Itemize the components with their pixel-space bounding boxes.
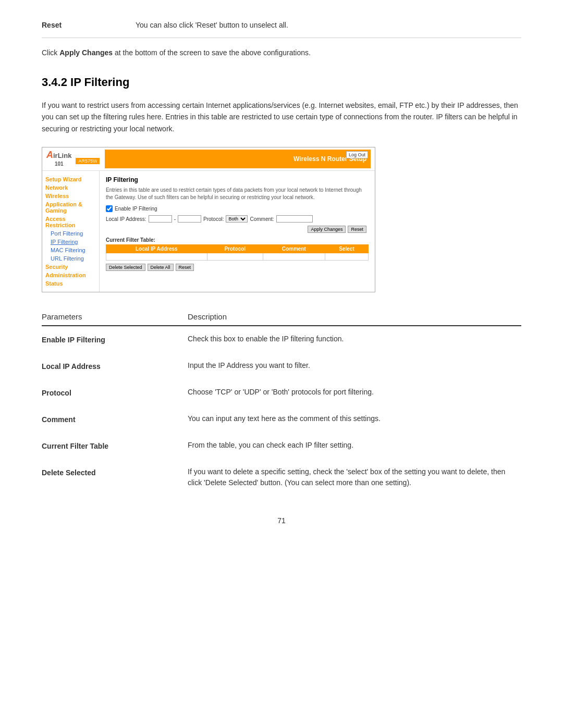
reset-section: Reset You can also click 'Reset' button … xyxy=(42,21,521,38)
sidebar-item-ip-filtering[interactable]: IP Filtering xyxy=(45,238,96,246)
intro-paragraph: If you want to restrict users from acces… xyxy=(42,100,521,134)
apply-changes-strong: Apply Changes xyxy=(59,48,113,57)
reset-button[interactable]: Reset xyxy=(348,226,366,233)
local-ip-label: Local IP Address: xyxy=(106,216,146,222)
sidebar-item-setup-wizard[interactable]: Setup Wizard xyxy=(45,175,96,183)
param-description: If you want to delete a specific setting… xyxy=(188,459,521,496)
current-filter-table: Local IP Address Protocol Comment Select xyxy=(106,244,369,261)
param-description: From the table, you can check each IP fi… xyxy=(188,433,521,459)
page-number: 71 xyxy=(42,516,521,525)
section-heading: 3.4.2 IP Filtering xyxy=(42,76,521,89)
sidebar-item-security[interactable]: Security xyxy=(45,263,96,271)
comment-input[interactable] xyxy=(276,215,313,223)
enable-ip-filtering-checkbox[interactable] xyxy=(106,205,113,212)
table-header-protocol: Protocol xyxy=(207,245,263,253)
router-logo: AirLink 101 xyxy=(46,150,71,167)
protocol-select[interactable]: Both TCP UDP xyxy=(226,215,248,223)
sidebar-item-access-restriction[interactable]: Access Restriction xyxy=(45,215,96,229)
comment-label: Comment: xyxy=(250,216,274,222)
sidebar-item-administration[interactable]: Administration xyxy=(45,271,96,279)
router-ui-screenshot: AirLink 101 AR575W Log Out Wireless N Ro… xyxy=(42,147,375,292)
router-page-desc: Entries in this table are used to restri… xyxy=(106,187,369,201)
param-name: Protocol xyxy=(42,379,188,406)
param-description: Choose 'TCP' or 'UDP' or 'Both' protocol… xyxy=(188,379,521,406)
param-name: Current Filter Table xyxy=(42,433,188,459)
current-filter-table-label: Current Filter Table: xyxy=(106,237,369,243)
local-ip-input-1[interactable] xyxy=(149,215,172,223)
apply-note: Click Apply Changes at the bottom of the… xyxy=(42,48,521,57)
params-table-header-row: Parameters Description xyxy=(42,308,521,326)
router-body: Setup Wizard Network Wireless Applicatio… xyxy=(42,171,375,292)
router-sidebar: Setup Wizard Network Wireless Applicatio… xyxy=(42,171,100,292)
table-action-buttons: Delete Selected Delete All Reset xyxy=(106,264,369,271)
delete-all-button[interactable]: Delete All xyxy=(148,264,174,271)
param-description: Input the IP Address you want to filter. xyxy=(188,353,521,379)
params-row: Local IP Address Input the IP Address yo… xyxy=(42,353,521,379)
table-row xyxy=(106,253,369,261)
params-col-header: Parameters xyxy=(42,308,188,326)
parameters-table: Parameters Description Enable IP Filteri… xyxy=(42,308,521,496)
params-row: Delete Selected If you want to delete a … xyxy=(42,459,521,496)
ip-filter-fields-row: Local IP Address: - Protocol: Both TCP U… xyxy=(106,215,369,223)
router-main-content: IP Filtering Entries in this table are u… xyxy=(100,171,375,292)
router-model: AR575W xyxy=(76,158,100,164)
sidebar-item-application-gaming[interactable]: Application & Gaming xyxy=(45,200,96,215)
param-name: Local IP Address xyxy=(42,353,188,379)
param-name: Comment xyxy=(42,406,188,433)
enable-ip-filtering-label: Enable IP Filtering xyxy=(115,206,157,212)
sidebar-item-mac-filtering[interactable]: MAC Filtering xyxy=(45,246,96,254)
logout-button[interactable]: Log Out xyxy=(346,151,368,158)
delete-selected-button[interactable]: Delete Selected xyxy=(106,264,145,271)
table-header-comment: Comment xyxy=(263,245,325,253)
table-header-select: Select xyxy=(325,245,368,253)
params-row: Current Filter Table From the table, you… xyxy=(42,433,521,459)
protocol-label: Protocol: xyxy=(203,216,224,222)
sidebar-item-url-filtering[interactable]: URL Filtering xyxy=(45,254,96,263)
sidebar-item-status[interactable]: Status xyxy=(45,279,96,288)
ip-separator: - xyxy=(174,216,176,222)
params-row: Protocol Choose 'TCP' or 'UDP' or 'Both'… xyxy=(42,379,521,406)
param-description: You can input any text here as the comme… xyxy=(188,406,521,433)
reset-description: You can also click 'Reset' button to uns… xyxy=(136,21,288,29)
table-header-local-ip: Local IP Address xyxy=(106,245,207,253)
enable-ip-filtering-row: Enable IP Filtering xyxy=(106,205,369,212)
param-name: Delete Selected xyxy=(42,459,188,496)
table-reset-button[interactable]: Reset xyxy=(176,264,194,271)
param-description: Check this box to enable the IP filterin… xyxy=(188,326,521,353)
sidebar-item-network[interactable]: Network xyxy=(45,183,96,192)
desc-col-header: Description xyxy=(188,308,521,326)
reset-label: Reset xyxy=(42,21,136,29)
apply-changes-button[interactable]: Apply Changes xyxy=(308,226,346,233)
sidebar-item-port-filtering[interactable]: Port Filtering xyxy=(45,229,96,238)
params-row: Comment You can input any text here as t… xyxy=(42,406,521,433)
param-name: Enable IP Filtering xyxy=(42,326,188,353)
sidebar-item-wireless[interactable]: Wireless xyxy=(45,192,96,200)
local-ip-input-2[interactable] xyxy=(178,215,201,223)
params-row: Enable IP Filtering Check this box to en… xyxy=(42,326,521,353)
router-page-title: IP Filtering xyxy=(106,176,369,183)
